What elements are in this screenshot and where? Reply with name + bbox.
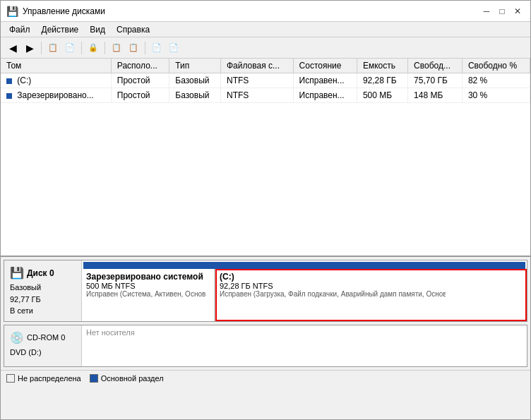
- table-area: Том Располо... Тип Файловая с... Состоян…: [1, 59, 530, 257]
- partition-reserved-size: 500 МБ NTFS: [86, 282, 210, 290]
- legend-bar: Не распределена Основной раздел: [1, 370, 530, 387]
- legend-primary: Основной раздел: [90, 374, 164, 383]
- toolbar-btn-7[interactable]: 📄: [166, 40, 181, 56]
- disk-map-scroll[interactable]: 💾 Диск 0 Базовый 92,77 ГБ В сети Зарезер…: [1, 257, 530, 419]
- partition-c-drive[interactable]: (C:) 92,28 ГБ NTFS Исправен (Загрузка, Ф…: [215, 269, 527, 321]
- col-free: Свобод...: [408, 59, 463, 73]
- title-bar-left: 💾 Управление дисками: [6, 6, 105, 17]
- menu-file[interactable]: Файл: [4, 23, 36, 35]
- disk0-row: 💾 Диск 0 Базовый 92,77 ГБ В сети Зарезер…: [4, 260, 527, 322]
- forward-button[interactable]: ▶: [22, 40, 37, 56]
- partition-reserved-status: Исправен (Система, Активен, Основ: [86, 290, 210, 298]
- row2-location: Простой: [111, 88, 169, 103]
- col-location: Располо...: [111, 59, 169, 73]
- window-title: Управление дисками: [23, 6, 105, 16]
- minimize-button[interactable]: ─: [479, 4, 494, 18]
- menu-view[interactable]: Вид: [84, 23, 111, 35]
- table-header: Том Располо... Тип Файловая с... Состоян…: [1, 59, 530, 73]
- legend-primary-label: Основной раздел: [101, 374, 164, 383]
- disk0-status: В сети: [10, 305, 76, 317]
- col-capacity: Емкость: [357, 59, 407, 73]
- disk0-icon: 💾: [10, 265, 24, 282]
- row1-free-pct: 82 %: [462, 73, 530, 88]
- cdrom0-label: 💿 CD-ROM 0 DVD (D:): [4, 325, 82, 366]
- col-fs: Файловая с...: [220, 59, 293, 73]
- disk0-name: Диск 0: [27, 267, 54, 280]
- row2-fs: NTFS: [220, 88, 293, 103]
- disk-icon-2: [6, 93, 12, 99]
- toolbar: ◀ ▶ 📋 📄 🔒 📋 📋 📄 📄: [1, 37, 530, 59]
- toolbar-separator-2: [81, 42, 82, 54]
- disk0-partitions: Зарезервировано системой 500 МБ NTFS Исп…: [82, 260, 527, 321]
- legend-unallocated: Не распределена: [6, 374, 81, 383]
- col-free-pct: Свободно %: [462, 59, 530, 73]
- title-controls: ─ □ ✕: [479, 4, 525, 18]
- main-window: 💾 Управление дисками ─ □ ✕ Файл Действие…: [0, 0, 531, 420]
- partition-c-status: Исправен (Загрузка, Файл подкачки, Авари…: [220, 290, 446, 298]
- row1-status: Исправен...: [293, 73, 357, 88]
- row2-status: Исправен...: [293, 88, 357, 103]
- disk0-size: 92,77 ГБ: [10, 294, 76, 306]
- table-row[interactable]: Зарезервировано... Простой Базовый NTFS …: [1, 88, 530, 103]
- row2-free: 148 МБ: [408, 88, 463, 103]
- close-button[interactable]: ✕: [511, 4, 525, 18]
- cdrom0-drive: DVD (D:): [10, 347, 76, 359]
- row1-location: Простой: [111, 73, 169, 88]
- cdrom0-row: 💿 CD-ROM 0 DVD (D:) Нет носителя: [4, 325, 527, 367]
- partition-reserved[interactable]: Зарезервировано системой 500 МБ NTFS Исп…: [82, 269, 215, 321]
- toolbar-btn-1[interactable]: 📋: [45, 40, 61, 56]
- row1-capacity: 92,28 ГБ: [357, 73, 407, 88]
- legend-box-primary: [90, 374, 98, 383]
- toolbar-separator-1: [41, 42, 42, 54]
- partition-c-name: (C:): [220, 272, 523, 282]
- row2-free-pct: 30 %: [462, 88, 530, 103]
- toolbar-separator-3: [105, 42, 105, 54]
- app-icon: 💾: [6, 6, 18, 17]
- toolbar-btn-3[interactable]: 🔒: [85, 40, 101, 56]
- col-tom: Том: [1, 59, 111, 73]
- disk0-partitions-row: Зарезервировано системой 500 МБ NTFS Исп…: [82, 269, 527, 321]
- partition-reserved-name: Зарезервировано системой: [86, 272, 210, 282]
- maximize-button[interactable]: □: [495, 4, 509, 18]
- toolbar-btn-4[interactable]: 📋: [109, 40, 124, 56]
- menu-bar: Файл Действие Вид Справка: [1, 22, 530, 37]
- row1-name: (C:): [1, 73, 111, 88]
- cdrom0-name: CD-ROM 0: [27, 332, 65, 344]
- toolbar-separator-4: [145, 42, 145, 54]
- col-status: Состояние: [293, 59, 357, 73]
- row2-capacity: 500 МБ: [357, 88, 407, 103]
- legend-box-unallocated: [6, 374, 15, 383]
- disk0-label: 💾 Диск 0 Базовый 92,77 ГБ В сети: [4, 260, 82, 321]
- main-content: Том Располо... Тип Файловая с... Состоян…: [1, 59, 530, 419]
- table-row[interactable]: (C:) Простой Базовый NTFS Исправен... 92…: [1, 73, 530, 88]
- table-body: (C:) Простой Базовый NTFS Исправен... 92…: [1, 73, 530, 103]
- toolbar-btn-5[interactable]: 📋: [126, 40, 141, 56]
- disk-map-area: 💾 Диск 0 Базовый 92,77 ГБ В сети Зарезер…: [1, 257, 530, 419]
- disk-icon-1: [6, 78, 12, 84]
- menu-help[interactable]: Справка: [111, 23, 155, 35]
- toolbar-btn-2[interactable]: 📄: [62, 40, 78, 56]
- disk0-type: Базовый: [10, 282, 76, 294]
- cdrom0-icon: 💿: [10, 330, 24, 347]
- partition-c-size: 92,28 ГБ NTFS: [220, 282, 523, 290]
- row1-free: 75,70 ГБ: [408, 73, 463, 88]
- row2-type: Базовый: [169, 88, 221, 103]
- col-type: Тип: [169, 59, 221, 73]
- toolbar-btn-6[interactable]: 📄: [149, 40, 165, 56]
- menu-action[interactable]: Действие: [36, 23, 85, 35]
- disk0-bar: [83, 262, 525, 269]
- row1-type: Базовый: [169, 73, 221, 88]
- row2-name: Зарезервировано...: [1, 88, 111, 103]
- legend-unallocated-label: Не распределена: [18, 374, 81, 383]
- volumes-table: Том Располо... Тип Файловая с... Состоян…: [1, 59, 530, 103]
- cdrom0-content: Нет носителя: [82, 325, 527, 366]
- title-bar: 💾 Управление дисками ─ □ ✕: [1, 1, 530, 22]
- back-button[interactable]: ◀: [5, 40, 20, 56]
- row1-fs: NTFS: [220, 73, 293, 88]
